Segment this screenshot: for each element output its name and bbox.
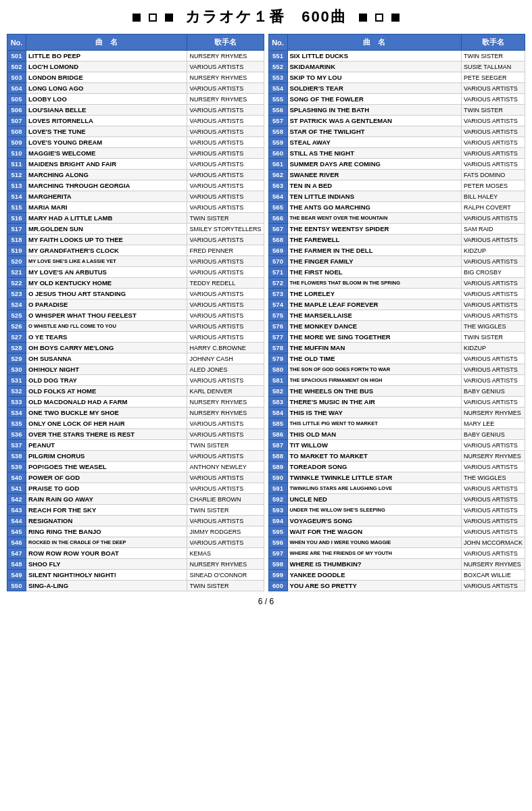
cell-song: O PARADISE — [26, 299, 187, 310]
table-row: 503LONDON BRIDGENURSERY RHYMES — [7, 72, 264, 83]
table-row: 529OH SUSANNAJOHNNY CASH — [7, 353, 264, 364]
cell-artist: TWIN SISTER — [187, 213, 264, 224]
table-row: 507LOVES RITORNELLAVARIOUS ARTISTS — [7, 116, 264, 126]
cell-song: THE MUFFIN MAN — [287, 343, 462, 353]
cell-artist: VARIOUS ARTISTS — [187, 137, 264, 148]
cell-song: THIS IS THE WAY — [287, 408, 462, 418]
cell-song: MAIDENS BRIGHT AND FAIR — [26, 159, 187, 170]
cell-song: THE EENTSY WEENTSY SPIDER — [287, 224, 462, 235]
cell-no: 553 — [268, 72, 287, 83]
table-row: 594VOYAGEUR'S SONGVARIOUS ARTISTS — [268, 516, 525, 526]
cell-song: UNCLE NED — [287, 494, 462, 505]
table-row: 522MY OLD KENTUCKY HOMETEDDY REDELL — [7, 278, 264, 289]
table-row: 565THE ANTS GO MARCHINGRALPH COVERT — [268, 202, 525, 213]
table-row: 530OH!HOLY NIGHTALED JONES — [7, 364, 264, 375]
table-row: 577THE MORE WE SING TOGETHERTWIN SISTER — [268, 332, 525, 343]
cell-song: REACH FOR THE SKY — [26, 505, 187, 516]
table-row: 578THE MUFFIN MANKIDZUP — [268, 343, 525, 353]
cell-no: 515 — [7, 202, 26, 213]
cell-no: 535 — [7, 418, 26, 429]
cell-artist: FATS DOMINO — [462, 170, 525, 180]
table-row: 512MARCHING ALONGVARIOUS ARTISTS — [7, 170, 264, 180]
cell-no: 567 — [268, 224, 287, 235]
cell-song: WHEN YOU AND I WERE YOUNG MAGGIE — [287, 537, 462, 548]
table-row: 515MARIA MARIVARIOUS ARTISTS — [7, 202, 264, 213]
cell-artist: SMILEY STORYTELLERS — [187, 224, 264, 235]
cell-song: SKIP TO MY LOU — [287, 72, 462, 83]
cell-song: O WHISTLE AND I'LL COME TO YOU — [26, 321, 187, 332]
cell-artist: ALED JONES — [187, 364, 264, 375]
cell-song: ST PATRICK WAS A GENTLEMAN — [287, 116, 462, 126]
cell-artist: CHARLIE BROWN — [187, 494, 264, 505]
table-row: 513MARCHING THROUGH GEORGIAVARIOUS ARTIS… — [7, 180, 264, 191]
cell-artist: VARIOUS ARTISTS — [187, 321, 264, 332]
cell-artist: VARIOUS ARTISTS — [462, 83, 525, 94]
cell-artist: VARIOUS ARTISTS — [462, 278, 525, 289]
left-header-song: 曲 名 — [26, 34, 187, 51]
cell-no: 551 — [268, 51, 287, 62]
cell-no: 542 — [7, 494, 26, 505]
cell-no: 587 — [268, 440, 287, 451]
cell-no: 526 — [7, 321, 26, 332]
cell-song: THE MORE WE SING TOGETHER — [287, 332, 462, 343]
table-row: 509LOVE'S YOUNG DREAMVARIOUS ARTISTS — [7, 137, 264, 148]
table-row: 599YANKEE DOODLEBOXCAR WILLIE — [268, 570, 525, 581]
cell-song: TWINKLE TWINKLE LITTLE STAR — [287, 472, 462, 483]
cell-artist: BOXCAR WILLIE — [462, 570, 525, 581]
cell-no: 557 — [268, 116, 287, 126]
cell-artist: VARIOUS ARTISTS — [462, 159, 525, 170]
cell-no: 508 — [7, 126, 26, 137]
cell-artist: VARIOUS ARTISTS — [462, 94, 525, 105]
cell-artist: NURSERY RHYMES — [187, 397, 264, 408]
table-row: 539POP!GOES THE WEASELANTHONY NEWLEY — [7, 462, 264, 472]
table-row: 520MY LOVE SHE'S LIKE A LASSIE YETVARIOU… — [7, 256, 264, 267]
cell-song: SOLDIER'S TEAR — [287, 83, 462, 94]
cell-artist: HARRY C.BROWNE — [187, 343, 264, 353]
cell-song: THE MARSEILLAISE — [287, 310, 462, 321]
right-table-wrapper: No. 曲 名 歌手名 551SIX LITTLE DUCKSTWIN SIST… — [268, 34, 526, 591]
cell-no: 559 — [268, 137, 287, 148]
cell-no: 574 — [268, 299, 287, 310]
cell-artist: VARIOUS ARTISTS — [187, 516, 264, 526]
cell-song: MY OLD KENTUCKY HOME — [26, 278, 187, 289]
cell-artist: VARIOUS ARTISTS — [462, 548, 525, 559]
table-row: 552SKIDAMARINKSUSIE TALLMAN — [268, 62, 525, 72]
table-row: 566THE BEAR WENT OVER THE MOUNTAINVARIOU… — [268, 213, 525, 224]
cell-artist: VARIOUS ARTISTS — [187, 83, 264, 94]
cell-artist: NURSERY RHYMES — [462, 451, 525, 462]
cell-no: 546 — [7, 537, 26, 548]
cell-song: THERE'S MUSIC IN THE AIR — [287, 397, 462, 408]
cell-song: SILENT NIGHT!HOLY NIGHT! — [26, 570, 187, 581]
cell-no: 570 — [268, 256, 287, 267]
cell-artist: KIDZUP — [462, 343, 525, 353]
table-row: 573THE LORELEYVARIOUS ARTISTS — [268, 289, 525, 299]
cell-song: LOVES RITORNELLA — [26, 116, 187, 126]
cell-song: OH SUSANNA — [26, 353, 187, 364]
cell-artist: VARIOUS ARTISTS — [187, 170, 264, 180]
cell-no: 510 — [7, 148, 26, 159]
table-row: 550SING-A-LINGTWIN SISTER — [7, 581, 264, 591]
cell-no: 506 — [7, 105, 26, 116]
cell-song: POWER OF GOD — [26, 472, 187, 483]
table-row: 546ROCKED IN THE CRADLE OF THE DEEPVARIO… — [7, 537, 264, 548]
cell-no: 565 — [268, 202, 287, 213]
table-row: 519MY GRANDFATHER'S CLOCKFRED PENNER — [7, 245, 264, 256]
table-row: 568THE FAREWELLVARIOUS ARTISTS — [268, 235, 525, 245]
cell-artist: NURSERY RHYMES — [187, 408, 264, 418]
table-row: 553SKIP TO MY LOUPETE SEEGER — [268, 72, 525, 83]
table-row: 538PILGRIM CHORUSVARIOUS ARTISTS — [7, 451, 264, 462]
cell-song: STAR OF THE TWILIGHT — [287, 126, 462, 137]
cell-artist: VARIOUS ARTISTS — [187, 267, 264, 278]
cell-no: 577 — [268, 332, 287, 343]
cell-song: TEN IN A BED — [287, 180, 462, 191]
cell-artist: VARIOUS ARTISTS — [187, 289, 264, 299]
cell-no: 580 — [268, 364, 287, 375]
cell-song: SWANEE RIVER — [287, 170, 462, 180]
cell-no: 592 — [268, 494, 287, 505]
left-table-wrapper: No. 曲 名 歌手名 501LITTLE BO PEEPNURSERY RHY… — [7, 34, 264, 591]
cell-song: THE WHEELS ON THE BUS — [287, 386, 462, 397]
cell-artist: BILL HALEY — [462, 191, 525, 202]
table-row: 504LONG LONG AGOVARIOUS ARTISTS — [7, 83, 264, 94]
table-row: 564TEN LITTLE INDIANSBILL HALEY — [268, 191, 525, 202]
cell-artist: TEDDY REDELL — [187, 278, 264, 289]
